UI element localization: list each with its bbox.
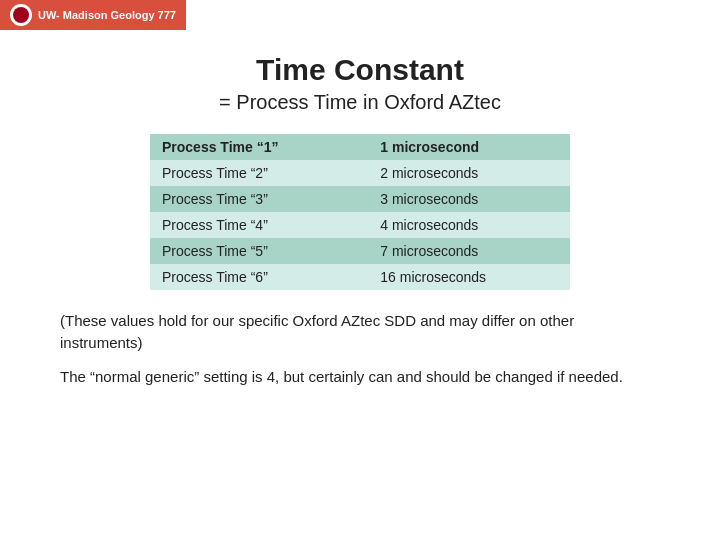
logo-inner-circle [13, 7, 29, 23]
table-row: Process Time “2”2 microseconds [150, 160, 570, 186]
page-title: Time Constant [60, 53, 660, 87]
process-time-label: Process Time “4” [150, 212, 368, 238]
table-row: Process Time “4”4 microseconds [150, 212, 570, 238]
process-time-label: Process Time “5” [150, 238, 368, 264]
table-row: Process Time “1”1 microsecond [150, 134, 570, 160]
brand-label: UW- Madison Geology 777 [38, 9, 176, 21]
process-time-value: 2 microseconds [368, 160, 570, 186]
logo-icon [10, 4, 32, 26]
process-time-label: Process Time “2” [150, 160, 368, 186]
page-subtitle: = Process Time in Oxford AZtec [60, 91, 660, 114]
body-paragraph-2: The “normal generic” setting is 4, but c… [60, 366, 660, 388]
top-bar: UW- Madison Geology 777 [0, 0, 186, 30]
process-time-value: 7 microseconds [368, 238, 570, 264]
process-time-label: Process Time “3” [150, 186, 368, 212]
process-time-table: Process Time “1”1 microsecondProcess Tim… [150, 134, 570, 290]
body-paragraph-1: (These values hold for our specific Oxfo… [60, 310, 660, 354]
table-row: Process Time “5”7 microseconds [150, 238, 570, 264]
table-row: Process Time “6”16 microseconds [150, 264, 570, 290]
process-time-value: 4 microseconds [368, 212, 570, 238]
process-time-value: 1 microsecond [368, 134, 570, 160]
table-row: Process Time “3”3 microseconds [150, 186, 570, 212]
process-time-label: Process Time “6” [150, 264, 368, 290]
process-time-label: Process Time “1” [150, 134, 368, 160]
main-content: Time Constant = Process Time in Oxford A… [0, 35, 720, 540]
process-time-value: 16 microseconds [368, 264, 570, 290]
process-time-value: 3 microseconds [368, 186, 570, 212]
